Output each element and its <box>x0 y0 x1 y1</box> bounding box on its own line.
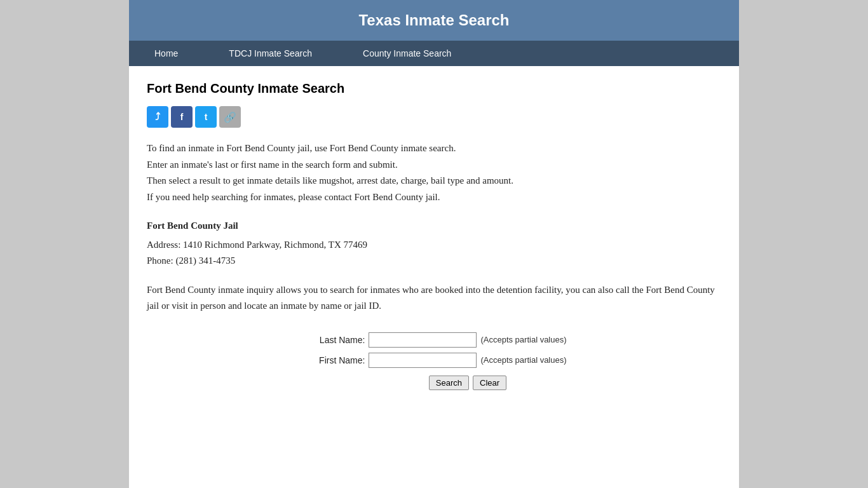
page-title: Fort Bend County Inmate Search <box>147 81 721 96</box>
desc-line1: To find an inmate in Fort Bend County ja… <box>147 140 721 157</box>
desc-line4: If you need help searching for inmates, … <box>147 189 721 206</box>
description-block: To find an inmate in Fort Bend County ja… <box>147 140 721 205</box>
jail-address: Address: 1410 Richmond Parkway, Richmond… <box>147 237 721 254</box>
desc-line3: Then select a result to get inmate detai… <box>147 173 721 189</box>
search-form: Last Name: (Accepts partial values) Firs… <box>147 332 721 390</box>
first-name-hint: (Accepts partial values) <box>480 355 566 365</box>
last-name-row: Last Name: (Accepts partial values) <box>301 332 566 348</box>
search-button[interactable]: Search <box>429 376 469 390</box>
last-name-input[interactable] <box>369 332 477 348</box>
nav-home[interactable]: Home <box>129 41 203 66</box>
first-name-label: First Name: <box>301 355 365 365</box>
share-button[interactable]: ⤴ <box>147 106 168 128</box>
nav-county[interactable]: County Inmate Search <box>337 41 477 66</box>
form-buttons: Search Clear <box>429 376 506 390</box>
main-content: Fort Bend County Inmate Search ⤴ f t 🔗 T… <box>129 66 739 405</box>
inquiry-text: Fort Bend County inmate inquiry allows y… <box>147 282 721 315</box>
last-name-hint: (Accepts partial values) <box>480 335 566 344</box>
main-nav: Home TDCJ Inmate Search County Inmate Se… <box>129 41 739 66</box>
facebook-button[interactable]: f <box>171 106 193 128</box>
jail-phone: Phone: (281) 341-4735 <box>147 253 721 269</box>
twitter-button[interactable]: t <box>195 106 217 128</box>
site-header: Texas Inmate Search <box>129 0 739 41</box>
site-title: Texas Inmate Search <box>129 11 739 29</box>
jail-name: Fort Bend County Jail <box>147 218 721 234</box>
social-share-buttons: ⤴ f t 🔗 <box>147 106 721 128</box>
first-name-input[interactable] <box>369 353 477 368</box>
jail-info-block: Fort Bend County Jail Address: 1410 Rich… <box>147 218 721 269</box>
last-name-label: Last Name: <box>301 335 365 345</box>
copy-link-button[interactable]: 🔗 <box>219 106 241 128</box>
clear-button[interactable]: Clear <box>473 376 506 390</box>
desc-line2: Enter an inmate's last or first name in … <box>147 157 721 173</box>
nav-tdcj[interactable]: TDCJ Inmate Search <box>203 41 337 66</box>
first-name-row: First Name: (Accepts partial values) <box>301 353 566 368</box>
